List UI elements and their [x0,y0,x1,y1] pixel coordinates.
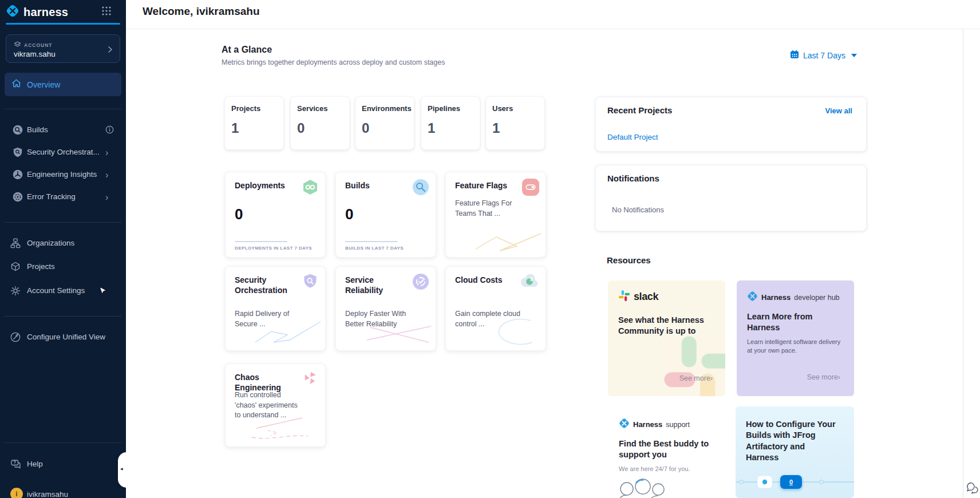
date-range-dropdown[interactable]: Last 7 Days [790,50,857,61]
support-brand-rest: support [666,421,690,429]
stat-card-users[interactable]: Users 1 [485,96,545,150]
recent-projects-title: Recent Projects [607,105,672,115]
brand[interactable]: harness [6,2,68,22]
stat-card-pipelines[interactable]: Pipelines 1 [421,96,480,150]
calendar-icon [790,50,799,61]
deployments-count: 0 [235,205,243,223]
devhub-card-desc: Learn intelligent software delivery at y… [747,338,841,355]
stat-label: Services [297,104,328,113]
service-reliability-card[interactable]: Service Reliability Deploy Faster With B… [335,266,436,351]
notifications-title: Notifications [607,173,659,183]
pipeline-illustration: 0 [736,473,854,491]
sidebar-item-label: Security Orchestrat... [27,148,100,156]
sidebar-item-help[interactable]: Help [0,453,126,474]
account-label-row: ACCOUNT [14,40,53,50]
support-card-title: Find the Best buddy to support you [619,438,721,461]
sidebar-item-security-orchestration[interactable]: Security Orchestrat... [0,141,126,163]
decorative-sparkline [475,228,543,255]
account-selector[interactable]: ACCOUNT vikram.sahu [6,34,120,63]
view-all-link[interactable]: View all [825,106,852,115]
support-card-desc: We are here 24/7 for you. [619,465,716,473]
stat-label: Projects [231,104,260,113]
sidebar-item-overview[interactable]: Overview [5,73,121,96]
layers-icon [14,40,21,50]
stat-label: Environments [362,104,412,113]
divider [5,222,121,223]
chevron-right-icon [105,192,113,201]
support-people-illustration [617,479,671,498]
card-title: Feature Flags [455,181,521,191]
card-title: Deployments [235,181,301,191]
notifications-card: Notifications No Notifications [595,165,867,231]
sidebar-item-label: Engineering Insights [27,170,97,179]
stat-label: Pipelines [428,104,460,113]
deployments-icon [302,179,319,196]
jfrog-resource-card[interactable]: How to Configure Your Builds with JFrog … [736,406,854,498]
sidebar-item-configure-unified-view[interactable]: Configure Unified View [0,326,126,348]
chevron-right-icon [106,45,113,53]
brand-underline [6,23,120,25]
sidebar-item-builds[interactable]: Builds [0,119,126,141]
recent-projects-card: Recent Projects View all Default Project [595,97,867,152]
insights-icon [13,169,23,180]
cloud-costs-card[interactable]: Cloud Costs Gain complete cloud control … [445,266,546,351]
sidebar-item-engineering-insights[interactable]: Engineering Insights [0,164,126,185]
decorative-sparkline [254,316,323,348]
decorative-sparkline [248,413,323,444]
mouse-cursor [98,286,108,298]
stat-card-projects[interactable]: Projects 1 [224,96,284,150]
chaos-engineering-card[interactable]: Chaos Engineering Run controlled 'chaos'… [225,363,326,447]
card-title: Cloud Costs [455,275,521,286]
feature-flags-card[interactable]: Feature Flags Feature Flags For Teams Th… [445,172,546,258]
sidebar-item-label: Configure Unified View [27,333,105,341]
app-grid-icon[interactable] [101,5,112,17]
avatar: i [10,488,23,498]
default-project-link[interactable]: Default Project [607,133,658,141]
resources-title: Resources [607,255,651,265]
account-label: ACCOUNT [24,42,53,48]
see-more-link[interactable]: See more› [807,373,840,381]
dollar-icon [529,276,536,283]
slack-icon [618,290,630,304]
slack-resource-card[interactable]: slack See what the Harness Community is … [608,280,725,396]
harness-dashboard: harness ACCOUNT vikram.sahu Overview [0,0,980,498]
card-title: Builds [345,181,411,191]
page-header: Welcome, ivikramsahu [126,0,980,29]
shield-icon [13,147,23,157]
slack-brand-row: slack [618,290,658,304]
sidebar-item-organizations[interactable]: Organizations [0,232,126,254]
organizations-icon [10,238,21,248]
devhub-brand-bold: Harness [761,293,791,302]
sidebar-collapse-handle[interactable] [118,452,127,488]
info-icon[interactable] [105,125,113,135]
divider [5,442,121,443]
devhub-card-title: Learn More from Harness [747,311,833,334]
support-resource-card[interactable]: Harness support Find the Best buddy to s… [608,406,726,498]
builds-card[interactable]: Builds 0 BUILDS IN LAST 7 DAYS [335,172,436,258]
stat-card-environments[interactable]: Environments 0 [355,96,414,150]
service-reliability-icon [412,273,429,290]
date-range-value: Last 7 Days [803,51,845,60]
stat-value: 0 [297,120,305,136]
support-brand-row: Harness support [619,418,690,431]
sidebar-item-error-tracking[interactable]: Error Tracking [0,186,126,208]
sidebar-item-projects[interactable]: Projects [0,256,126,278]
page-title: Welcome, ivikramsahu [143,5,260,18]
developer-hub-resource-card[interactable]: Harness developer hub Learn More from Ha… [737,280,854,396]
builds-icon [13,125,23,135]
security-orchestration-card[interactable]: Security Orchestration Rapid Delivery of… [225,266,326,351]
user-name: ivikramsahu [27,490,68,498]
see-more-link[interactable]: See more› [679,374,713,382]
stat-card-services[interactable]: Services 0 [290,96,350,150]
card-caption: DEPLOYMENTS IN LAST 7 DAYS [235,241,312,251]
deployments-card[interactable]: Deployments 0 DEPLOYMENTS IN LAST 7 DAYS [225,172,326,258]
card-title: Service Reliability [345,275,411,296]
brand-wordmark: harness [23,6,68,19]
card-desc: Feature Flags For Teams That ... [455,199,525,219]
sidebar-item-label: Builds [27,125,48,134]
chat-support-icon[interactable] [965,481,980,496]
sidebar-item-label: Projects [27,262,55,271]
error-tracking-icon [13,192,23,202]
jfrog-card-title: How to Configure Your Builds with JFrog … [746,419,836,463]
sidebar-item-user[interactable]: i ivikramsahu [0,484,126,498]
